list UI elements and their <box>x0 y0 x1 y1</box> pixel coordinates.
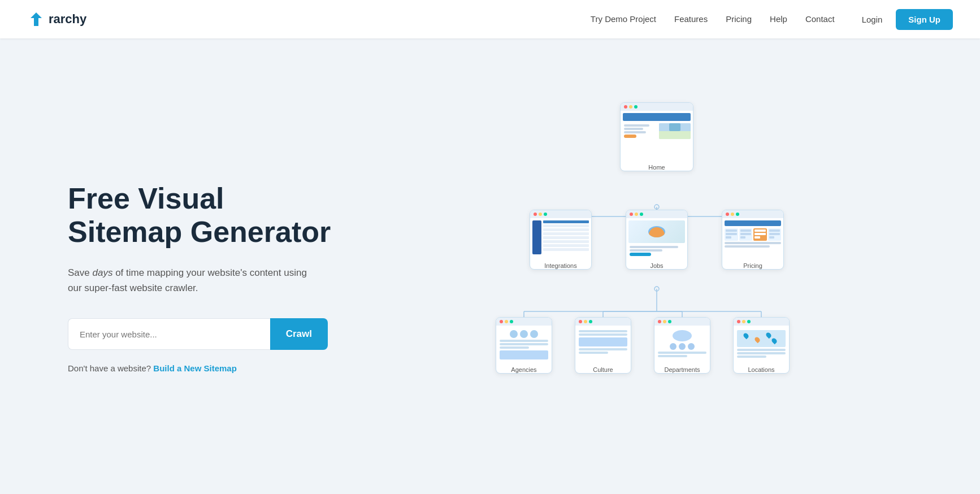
sitemap-diagram: Home <box>484 97 835 447</box>
nav-item-contact[interactable]: Contact <box>805 14 835 24</box>
signup-button[interactable]: Sign Up <box>896 9 953 30</box>
card-agencies-label: Agencies <box>496 366 552 373</box>
card-culture: Culture <box>575 317 631 374</box>
logo[interactable]: rarchy <box>27 10 86 28</box>
card-pricing-label: Pricing <box>722 262 783 269</box>
build-sitemap-link[interactable]: Build a New Sitemap <box>153 363 237 373</box>
card-departments-label: Departments <box>654 366 710 373</box>
card-locations: Locations <box>733 317 790 374</box>
card-culture-label: Culture <box>575 366 631 373</box>
no-website-text: Don't have a website? Build a New Sitema… <box>68 363 362 373</box>
card-jobs: Jobs <box>626 210 688 270</box>
login-link[interactable]: Login <box>862 15 883 24</box>
hero-section: Free VisualSitemap Generator Save days o… <box>0 38 980 494</box>
card-integrations-label: Integrations <box>530 262 591 269</box>
navigation: rarchy Try Demo Project Features Pricing… <box>0 0 980 38</box>
crawl-form: Crawl <box>68 318 328 350</box>
website-input[interactable] <box>68 318 270 350</box>
logo-icon <box>27 10 45 28</box>
card-integrations: Integrations <box>530 210 592 270</box>
svg-point-18 <box>654 287 659 291</box>
card-pricing: Pricing <box>722 210 784 270</box>
crawl-button[interactable]: Crawl <box>270 318 328 350</box>
card-locations-label: Locations <box>734 366 789 373</box>
brand-name: rarchy <box>49 12 86 27</box>
svg-marker-0 <box>31 12 42 26</box>
card-home-label: Home <box>621 164 693 171</box>
card-jobs-label: Jobs <box>626 262 687 269</box>
card-home: Home <box>620 102 693 171</box>
nav-item-help[interactable]: Help <box>770 14 787 24</box>
hero-subtitle: Save days of time mapping your website's… <box>68 265 316 296</box>
nav-right: Login Sign Up <box>862 9 953 30</box>
card-agencies: Agencies <box>496 317 552 374</box>
hero-right: Home <box>362 97 935 447</box>
nav-links: Try Demo Project Features Pricing Help C… <box>591 14 835 24</box>
svg-point-16 <box>654 205 659 209</box>
card-departments: Departments <box>654 317 710 374</box>
nav-item-demo[interactable]: Try Demo Project <box>591 14 656 24</box>
hero-title: Free VisualSitemap Generator <box>68 182 362 250</box>
nav-item-features[interactable]: Features <box>674 14 708 24</box>
hero-left: Free VisualSitemap Generator Save days o… <box>68 171 362 374</box>
nav-item-pricing[interactable]: Pricing <box>726 14 752 24</box>
